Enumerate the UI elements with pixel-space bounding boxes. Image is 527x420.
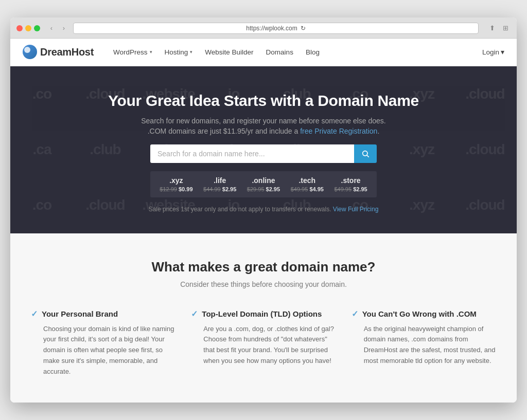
url-text: https://wplook.com [246, 25, 297, 32]
feature-title-tld: Top-Level Domain (TLD) Options [202, 309, 322, 318]
login-button[interactable]: Login ▾ [482, 48, 504, 56]
domain-search-bar [150, 144, 377, 163]
feature-personal-brand: ✓ Your Personal Brand Choosing your doma… [31, 309, 175, 377]
traffic-lights [16, 25, 40, 31]
hero-content: Your Great Idea Starts with a Domain Nam… [21, 92, 506, 213]
forward-button[interactable]: › [59, 23, 69, 33]
tld-item-store[interactable]: .store $49.95 $2.95 [334, 176, 367, 192]
nav-items: WordPress ▾ Hosting ▾ Website Builder Do… [108, 45, 482, 59]
nav-item-hosting[interactable]: Hosting ▾ [160, 45, 198, 59]
nav-item-wordpress[interactable]: WordPress ▾ [108, 45, 157, 59]
browser-chrome: ‹ › https://wplook.com ↻ ⬆ ⊞ [10, 17, 517, 39]
check-icon: ✓ [191, 309, 198, 319]
refresh-icon[interactable]: ↻ [301, 25, 306, 32]
feature-desc-personal-brand: Choosing your domain is kind of like nam… [31, 324, 175, 377]
domain-search-input[interactable] [150, 144, 354, 163]
chevron-down-icon: ▾ [501, 48, 504, 56]
address-bar[interactable]: https://wplook.com ↻ [73, 23, 479, 34]
feature-desc-tld: Are you a .com, dog, or .clothes kind of… [191, 324, 336, 367]
check-icon: ✓ [352, 309, 358, 319]
nav-item-domains[interactable]: Domains [261, 45, 298, 59]
feature-desc-dotcom: As the original heavyweight champion of … [352, 324, 496, 367]
logo-icon [23, 45, 37, 59]
logo-text: DreamHost [40, 46, 94, 58]
site-content: DreamHost WordPress ▾ Hosting ▾ Website … [10, 39, 517, 403]
hero-title: Your Great Idea Starts with a Domain Nam… [21, 92, 506, 109]
svg-point-0 [363, 151, 367, 155]
svg-line-1 [367, 155, 369, 157]
browser-nav-buttons: ‹ › [46, 23, 69, 33]
share-button[interactable]: ⬆ [487, 23, 497, 33]
features-grid: ✓ Your Personal Brand Choosing your doma… [31, 309, 496, 377]
tld-item-xyz[interactable]: .xyz $12.99 $0.99 [160, 176, 192, 192]
minimize-button[interactable] [25, 25, 31, 31]
feature-dot-com: ✓ You Can't Go Wrong with .COM As the or… [352, 309, 496, 377]
search-button[interactable] [354, 144, 377, 163]
navbar: DreamHost WordPress ▾ Hosting ▾ Website … [10, 39, 517, 66]
tld-item-tech[interactable]: .tech $49.95 $4.95 [291, 176, 324, 192]
nav-item-website-builder[interactable]: Website Builder [200, 45, 258, 59]
browser-window: ‹ › https://wplook.com ↻ ⬆ ⊞ DreamHost W… [10, 17, 517, 403]
tld-pricing-bar: .xyz $12.99 $0.99 .life $44.99 $2.95 [150, 171, 377, 197]
nav-item-blog[interactable]: Blog [301, 45, 325, 59]
tld-item-online[interactable]: .online $29.95 $2.95 [247, 176, 280, 192]
hero-com-note: .COM domains are just $11.95/yr and incl… [21, 127, 506, 135]
check-icon: ✓ [31, 309, 38, 319]
main-content: What makes a great domain name? Consider… [10, 233, 517, 403]
section-subtitle: Consider these things before choosing yo… [31, 280, 496, 288]
logo[interactable]: DreamHost [23, 45, 94, 59]
feature-tld-options: ✓ Top-Level Domain (TLD) Options Are you… [191, 309, 336, 377]
feature-title-personal-brand: Your Personal Brand [42, 309, 118, 318]
back-button[interactable]: ‹ [46, 23, 57, 33]
maximize-button[interactable] [34, 25, 40, 31]
hero-section: .co .cloud .website .io .club .co .xyz .… [10, 66, 517, 233]
feature-title-dotcom: You Can't Go Wrong with .COM [362, 309, 477, 318]
browser-actions: ⬆ ⊞ [487, 23, 511, 33]
hero-subtitle: Search for new domains, and register you… [21, 117, 506, 125]
view-full-pricing-link[interactable]: View Full Pricing [333, 206, 378, 213]
private-registration-link[interactable]: free Private Registration [300, 127, 377, 135]
sale-note: Sale prices 1st year only and do not app… [21, 206, 506, 213]
chevron-down-icon: ▾ [150, 49, 152, 54]
tld-item-life[interactable]: .life $44.99 $2.95 [203, 176, 236, 192]
section-title: What makes a great domain name? [31, 259, 496, 275]
chevron-down-icon: ▾ [190, 49, 192, 54]
new-tab-button[interactable]: ⊞ [500, 23, 511, 33]
close-button[interactable] [16, 25, 23, 31]
search-icon [361, 150, 370, 158]
